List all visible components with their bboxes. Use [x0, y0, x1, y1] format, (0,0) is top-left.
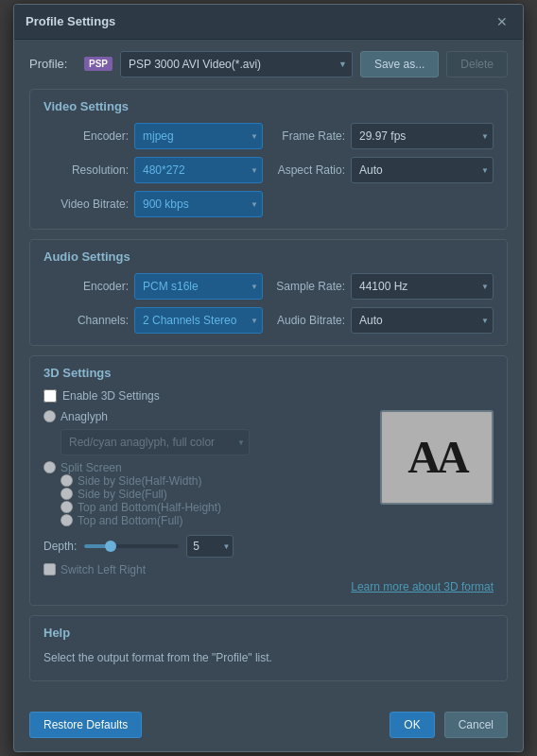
split-screen-label[interactable]: Split Screen: [61, 461, 122, 474]
side-by-side-full-radio[interactable]: [61, 488, 73, 500]
anaglyph-radio[interactable]: [43, 410, 56, 422]
preview-text: AA: [407, 431, 465, 483]
profile-row: Profile: PSP PSP 3000 AVI Video(*.avi) S…: [29, 51, 508, 77]
sample-rate-label: Sample Rate:: [274, 280, 345, 293]
frame-rate-select-wrapper: 29.97 fps: [351, 123, 494, 149]
audio-bitrate-field: Audio Bitrate: Auto: [274, 307, 494, 334]
help-section-title: Help: [43, 626, 494, 640]
side-by-side-half-label[interactable]: Side by Side(Half-Width): [78, 474, 201, 488]
video-settings-grid: Encoder: mjpeg Frame Rate: 29.97 fps: [43, 123, 494, 217]
video-section-title: Video Settings: [43, 99, 494, 113]
3d-preview-box: AA: [380, 410, 494, 505]
dialog-title: Profile Settings: [26, 14, 115, 28]
switch-left-right-checkbox[interactable]: [43, 563, 56, 576]
channels-label: Channels:: [43, 314, 129, 327]
side-by-side-half-radio[interactable]: [61, 474, 73, 487]
switch-left-right-row: Switch Left Right: [43, 563, 369, 576]
3d-settings-section: 3D Settings Enable 3D Settings Anaglyph: [29, 355, 508, 606]
dialog-content: Profile: PSP PSP 3000 AVI Video(*.avi) S…: [14, 40, 523, 702]
channels-select[interactable]: 2 Channels Stereo: [134, 307, 263, 334]
audio-section-title: Audio Settings: [43, 249, 494, 264]
aspect-ratio-field: Aspect Ratio: Auto: [274, 157, 494, 183]
slider-thumb: [105, 541, 116, 552]
frame-rate-label: Frame Rate:: [274, 129, 345, 143]
enable-3d-label[interactable]: Enable 3D Settings: [62, 389, 160, 403]
profile-select-wrapper: PSP 3000 AVI Video(*.avi): [120, 51, 353, 77]
profile-badge: PSP: [84, 57, 113, 71]
encoder-select-wrapper: mjpeg: [134, 123, 263, 149]
encoder-select[interactable]: mjpeg: [134, 123, 263, 149]
audio-encoder-label: Encoder:: [43, 280, 129, 293]
3d-left-panel: Anaglyph Red/cyan anaglyph, full color S…: [43, 410, 369, 576]
delete-button[interactable]: Delete: [446, 51, 508, 77]
profile-label: Profile:: [29, 57, 77, 71]
aspect-ratio-select[interactable]: Auto: [351, 157, 494, 183]
anaglyph-select-wrapper: Red/cyan anaglyph, full color: [61, 429, 250, 455]
audio-bitrate-select[interactable]: Auto: [351, 307, 494, 334]
split-screen-options: Side by Side(Half-Width) Side by Side(Fu…: [43, 474, 369, 527]
top-bottom-half-label[interactable]: Top and Bottom(Half-Height): [78, 501, 221, 514]
encoder-field: Encoder: mjpeg: [43, 123, 263, 149]
audio-settings-grid: Encoder: PCM s16le Sample Rate: 44100 Hz: [43, 273, 494, 334]
video-bitrate-select-wrapper: 900 kbps: [134, 191, 263, 217]
audio-encoder-select[interactable]: PCM s16le: [134, 273, 263, 300]
aspect-ratio-label: Aspect Ratio:: [274, 163, 345, 177]
sample-rate-select[interactable]: 44100 Hz: [351, 273, 494, 300]
encoder-label: Encoder:: [43, 129, 129, 143]
resolution-select[interactable]: 480*272: [134, 157, 263, 183]
help-text: Select the output format from the "Profi…: [43, 649, 494, 667]
audio-encoder-select-wrapper: PCM s16le: [134, 273, 263, 300]
bottom-right-buttons: OK Cancel: [390, 712, 508, 738]
switch-left-right-label[interactable]: Switch Left Right: [61, 563, 146, 576]
anaglyph-label[interactable]: Anaglyph: [61, 410, 108, 423]
depth-input[interactable]: [186, 535, 234, 558]
top-bottom-half-row: Top and Bottom(Half-Height): [61, 501, 369, 514]
channels-select-wrapper: 2 Channels Stereo: [134, 307, 263, 334]
side-by-side-half-row: Side by Side(Half-Width): [61, 474, 369, 488]
cancel-button[interactable]: Cancel: [444, 712, 508, 738]
split-screen-radio[interactable]: [43, 461, 56, 473]
resolution-field: Resolution: 480*272: [43, 157, 263, 183]
top-bottom-full-label[interactable]: Top and Bottom(Full): [78, 514, 182, 527]
sample-rate-field: Sample Rate: 44100 Hz: [274, 273, 494, 300]
learn-more-link[interactable]: Learn more about 3D format: [351, 580, 494, 593]
split-screen-radio-row: Split Screen: [43, 461, 369, 474]
anaglyph-select[interactable]: Red/cyan anaglyph, full color: [61, 429, 250, 455]
learn-more-row: Learn more about 3D format: [43, 580, 494, 593]
channels-field: Channels: 2 Channels Stereo: [43, 307, 263, 334]
profile-select[interactable]: PSP 3000 AVI Video(*.avi): [120, 51, 353, 77]
help-section: Help Select the output format from the "…: [29, 615, 508, 681]
restore-defaults-button[interactable]: Restore Defaults: [29, 712, 142, 738]
sample-rate-select-wrapper: 44100 Hz: [351, 273, 494, 300]
ok-button[interactable]: OK: [390, 712, 434, 738]
video-settings-section: Video Settings Encoder: mjpeg Frame Rate…: [29, 89, 508, 230]
audio-settings-section: Audio Settings Encoder: PCM s16le Sample…: [29, 239, 508, 346]
audio-bitrate-select-wrapper: Auto: [351, 307, 494, 334]
frame-rate-field: Frame Rate: 29.97 fps: [274, 123, 494, 149]
top-bottom-full-radio[interactable]: [61, 514, 73, 526]
anaglyph-select-row: Red/cyan anaglyph, full color: [43, 429, 369, 455]
depth-row: Depth:: [43, 535, 369, 558]
depth-slider[interactable]: [84, 544, 179, 548]
depth-input-wrapper: [186, 535, 234, 558]
depth-label: Depth:: [43, 540, 77, 553]
bottom-bar: Restore Defaults OK Cancel: [14, 702, 523, 751]
video-bitrate-field: Video Bitrate: 900 kbps: [43, 191, 263, 217]
audio-bitrate-label: Audio Bitrate:: [274, 314, 345, 327]
video-bitrate-label: Video Bitrate:: [43, 198, 129, 211]
title-bar: Profile Settings ✕: [14, 5, 523, 40]
anaglyph-radio-row: Anaglyph: [43, 410, 369, 423]
enable-3d-row: Enable 3D Settings: [43, 389, 494, 403]
3d-layout: Anaglyph Red/cyan anaglyph, full color S…: [43, 410, 494, 576]
video-bitrate-select[interactable]: 900 kbps: [134, 191, 263, 217]
enable-3d-checkbox[interactable]: [43, 389, 57, 403]
3d-section-title: 3D Settings: [43, 366, 494, 380]
top-bottom-half-radio[interactable]: [61, 501, 73, 513]
save-as-button[interactable]: Save as...: [360, 51, 439, 77]
frame-rate-select[interactable]: 29.97 fps: [351, 123, 494, 149]
resolution-label: Resolution:: [43, 163, 129, 177]
audio-encoder-field: Encoder: PCM s16le: [43, 273, 263, 300]
side-by-side-full-label[interactable]: Side by Side(Full): [78, 488, 167, 501]
close-button[interactable]: ✕: [493, 12, 511, 31]
resolution-select-wrapper: 480*272: [134, 157, 263, 183]
